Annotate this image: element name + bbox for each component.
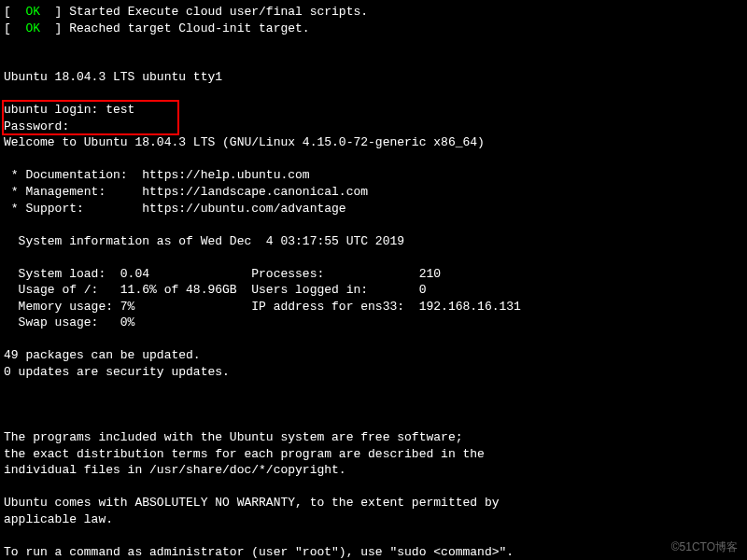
sysinfo-row: Memory usage: 7% IP address for ens33: 1…: [4, 299, 747, 315]
updates-line: 49 packages can be updated.: [4, 347, 747, 364]
legal-text: individual files in /usr/share/doc/*/cop…: [4, 462, 747, 479]
legal-text: The programs included with the Ubuntu sy…: [4, 429, 747, 446]
boot-line-1: [ OK ] Started Execute cloud user/final …: [4, 4, 747, 21]
ok-status: OK: [25, 5, 40, 19]
watermark: ©51CTO博客: [671, 539, 738, 554]
welcome-line: Welcome to Ubuntu 18.04.3 LTS (GNU/Linux…: [4, 134, 747, 151]
password-line[interactable]: Password:: [4, 119, 747, 135]
boot-line-2: [ OK ] Reached target Cloud-init target.: [4, 21, 747, 37]
support-link: * Support: https://ubuntu.com/advantage: [4, 201, 747, 217]
sysinfo-row: Swap usage: 0%: [4, 315, 747, 331]
sudo-hint: To run a command as administrator (user …: [4, 544, 747, 560]
sysinfo-row: Usage of /: 11.6% of 48.96GB Users logge…: [4, 282, 747, 299]
os-banner: Ubuntu 18.04.3 LTS ubuntu tty1: [4, 69, 747, 86]
login-username: test: [106, 103, 134, 117]
doc-link: * Documentation: https://help.ubuntu.com: [4, 167, 747, 184]
mgmt-link: * Management: https://landscape.canonica…: [4, 184, 747, 201]
updates-line: 0 updates are security updates.: [4, 364, 747, 381]
ok-status: OK: [25, 21, 40, 35]
legal-text: Ubuntu comes with ABSOLUTELY NO WARRANTY…: [4, 495, 747, 511]
login-line[interactable]: ubuntu login: test: [4, 102, 747, 119]
legal-text: applicable law.: [4, 511, 747, 528]
sysinfo-header: System information as of Wed Dec 4 03:17…: [4, 233, 747, 250]
sysinfo-row: System load: 0.04 Processes: 210: [4, 266, 747, 283]
legal-text: the exact distribution terms for each pr…: [4, 446, 747, 463]
